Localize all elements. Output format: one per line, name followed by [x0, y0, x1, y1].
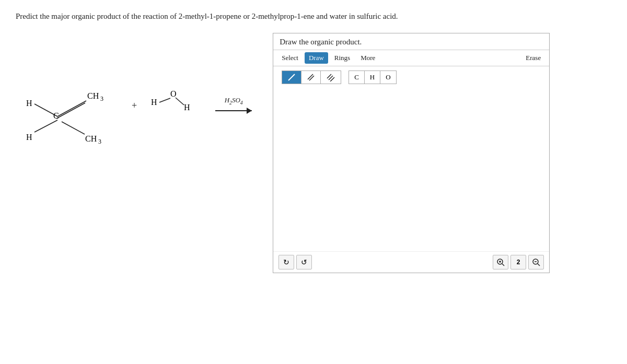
- draw-button[interactable]: Draw: [305, 52, 328, 64]
- zoom-in-icon: [496, 258, 505, 266]
- bottom-bar: ↻ ↺ 2: [273, 251, 549, 273]
- zoom-fit-button[interactable]: 2: [510, 255, 526, 269]
- undo-button[interactable]: ↺: [296, 255, 312, 269]
- single-bond-button[interactable]: [282, 71, 301, 84]
- carbon-button[interactable]: C: [349, 71, 365, 84]
- select-button[interactable]: Select: [277, 52, 303, 64]
- undo-redo-controls: ↻ ↺: [278, 255, 312, 269]
- svg-text:CH: CH: [85, 134, 97, 143]
- main-layout: H CH 3 C H CH 3 + H: [16, 33, 611, 273]
- reaction-arrow: [215, 106, 252, 115]
- zoom-controls: 2: [493, 255, 544, 269]
- zoom-in-button[interactable]: [493, 255, 508, 269]
- svg-text:O: O: [170, 89, 177, 98]
- zoom-out-button[interactable]: [528, 255, 544, 269]
- draw-panel: Draw the organic product. Select Draw Ri…: [273, 33, 550, 273]
- reaction-area: H CH 3 C H CH 3 + H: [16, 64, 257, 148]
- svg-text:3: 3: [100, 95, 103, 102]
- atom-tools: C H O: [349, 71, 396, 84]
- svg-text:C: C: [53, 111, 59, 120]
- more-button[interactable]: More: [356, 52, 379, 64]
- svg-text:H: H: [184, 103, 190, 112]
- toolbar: Select Draw Rings More Erase: [273, 50, 549, 66]
- svg-line-2: [57, 101, 86, 116]
- tools-row: C H O: [273, 66, 549, 88]
- svg-line-13: [159, 98, 170, 102]
- water-molecule: H O H: [148, 85, 201, 127]
- svg-text:3: 3: [98, 138, 101, 145]
- triple-bond-button[interactable]: [321, 71, 341, 84]
- svg-line-7: [34, 120, 57, 132]
- redo-button[interactable]: ↻: [278, 255, 294, 269]
- svg-line-3: [56, 103, 85, 119]
- zoom-out-icon: [532, 258, 540, 266]
- erase-button[interactable]: Erase: [521, 52, 545, 64]
- svg-line-19: [309, 76, 314, 80]
- svg-line-29: [538, 264, 540, 266]
- draw-panel-title: Draw the organic product.: [273, 33, 549, 50]
- reaction-arrow-area: H2SO4: [215, 96, 252, 116]
- double-bond-button[interactable]: [301, 71, 321, 84]
- drawing-canvas[interactable]: [273, 88, 549, 251]
- plus-sign: +: [132, 100, 137, 111]
- question-text: Predict the major organic product of the…: [16, 10, 611, 22]
- triple-bond-icon: [326, 73, 335, 81]
- catalyst-label: H2SO4: [225, 96, 243, 105]
- svg-line-15: [176, 98, 184, 105]
- bond-tools: [282, 71, 341, 84]
- rings-button[interactable]: Rings: [330, 52, 354, 64]
- single-bond-icon: [287, 73, 296, 81]
- double-bond-icon: [307, 73, 315, 81]
- svg-text:H: H: [151, 98, 157, 107]
- svg-text:CH: CH: [87, 91, 99, 100]
- svg-line-9: [62, 122, 85, 134]
- svg-line-17: [288, 74, 295, 80]
- oxygen-button[interactable]: O: [380, 71, 396, 84]
- svg-line-18: [308, 74, 313, 79]
- svg-line-26: [502, 264, 504, 266]
- reactant-molecule: H CH 3 C H CH 3: [16, 64, 120, 148]
- hydrogen-button[interactable]: H: [365, 71, 380, 84]
- svg-text:H: H: [26, 133, 32, 142]
- svg-text:H: H: [26, 99, 32, 108]
